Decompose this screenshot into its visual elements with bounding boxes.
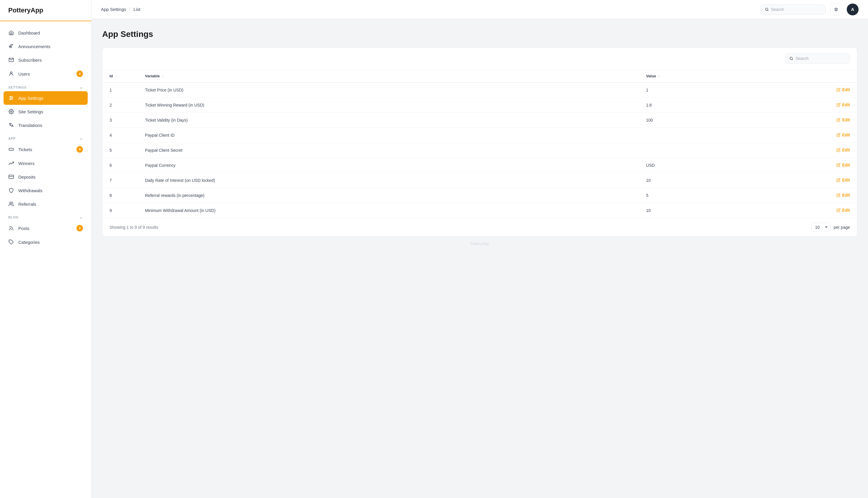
sidebar-item-app-settings[interactable]: App Settings [3, 91, 88, 105]
table-row: 5 Paypal Client Secret Edit [103, 143, 857, 158]
breadcrumb-parent[interactable]: App Settings [101, 7, 126, 12]
col-variable[interactable]: Variable ↕ [138, 70, 639, 83]
cell-variable: Minimum Withdrawal Amount (in USD) [138, 203, 639, 218]
svg-point-1 [10, 72, 12, 74]
svg-point-12 [10, 202, 12, 204]
cell-variable: Ticket Price (in USD) [138, 83, 639, 98]
table-row: 7 Daily Rate of Interest (on USD locked)… [103, 173, 857, 188]
sidebar-item-site-settings[interactable]: Site Settings [0, 105, 91, 118]
table-search-box[interactable] [785, 53, 850, 64]
edit-button[interactable]: Edit [837, 87, 850, 92]
cell-action: Edit [692, 158, 857, 173]
tag-icon [8, 239, 14, 245]
sidebar-label-dashboard: Dashboard [18, 30, 40, 36]
cell-id: 8 [103, 188, 138, 203]
avatar[interactable]: A [847, 3, 858, 15]
sidebar-label-deposits: Deposits [18, 174, 36, 180]
sidebar-item-translations[interactable]: Translations [0, 118, 91, 132]
edit-button[interactable]: Edit [837, 133, 850, 137]
edit-icon [837, 178, 841, 182]
sidebar-item-users[interactable]: Users 4 [0, 67, 91, 81]
sidebar-item-announcements[interactable]: Announcements [0, 40, 91, 53]
topbar-search-box[interactable] [761, 4, 826, 14]
cell-action: Edit [692, 83, 857, 98]
cell-action: Edit [692, 143, 857, 158]
sidebar-label-categories: Categories [18, 240, 40, 245]
edit-button[interactable]: Edit [837, 163, 850, 167]
blog-chevron[interactable]: ⌄ [79, 215, 83, 219]
cell-action: Edit [692, 188, 857, 203]
cell-action: Edit [692, 173, 857, 188]
svg-line-18 [792, 59, 793, 60]
blog-section-title: BLOG ⌄ [0, 211, 91, 221]
trash-button[interactable] [830, 3, 842, 15]
ticket-icon [8, 146, 14, 152]
sidebar-item-subscribers[interactable]: Subscribers [0, 53, 91, 67]
cell-action: Edit [692, 128, 857, 143]
topbar: App Settings / List A [92, 0, 868, 19]
breadcrumb-current: List [133, 7, 140, 12]
cell-id: 5 [103, 143, 138, 158]
sidebar-label-site-settings: Site Settings [18, 109, 43, 114]
settings-chevron[interactable]: ⌄ [79, 85, 83, 90]
sidebar-item-tickets[interactable]: Tickets 0 [0, 142, 91, 156]
edit-button[interactable]: Edit [837, 178, 850, 182]
card-header [103, 48, 857, 70]
table-row: 9 Minimum Withdrawal Amount (in USD) 10 … [103, 203, 857, 218]
cell-value: 100 [639, 113, 692, 128]
col-actions [692, 70, 857, 83]
col-id[interactable]: Id ↕ [103, 70, 138, 83]
sidebar-item-withdrawals[interactable]: Withdrawals [0, 184, 91, 197]
cell-variable: Paypal Client ID [138, 128, 639, 143]
trending-up-icon [8, 160, 14, 166]
edit-icon [837, 193, 841, 197]
table-row: 1 Ticket Price (in USD) 1 Edit [103, 83, 857, 98]
sidebar-label-withdrawals: Withdrawals [18, 188, 42, 193]
trash-icon [834, 8, 838, 12]
home-icon [8, 30, 14, 36]
app-section-title: APP ⌄ [0, 132, 91, 142]
settings-table-card: Id ↕ Variable ↕ Value ↕ [102, 47, 857, 237]
cell-action: Edit [692, 203, 857, 218]
sidebar-label-translations: Translations [18, 123, 42, 128]
table-row: 3 Ticket Validity (in Days) 100 Edit [103, 113, 857, 128]
cell-variable: Ticket Winning Reward (in USD) [138, 98, 639, 113]
gear-icon [8, 109, 14, 115]
sidebar-item-categories[interactable]: Categories [0, 235, 91, 249]
per-page-dropdown[interactable]: 102550100 [811, 223, 831, 232]
sidebar-label-tickets: Tickets [18, 147, 32, 152]
rss-icon [8, 225, 14, 231]
edit-button[interactable]: Edit [837, 208, 850, 212]
cell-value: 10 [639, 203, 692, 218]
app-chevron[interactable]: ⌄ [79, 136, 83, 141]
sliders-icon [8, 95, 14, 101]
svg-line-16 [767, 10, 768, 11]
table-search-input[interactable] [795, 56, 845, 61]
cell-id: 9 [103, 203, 138, 218]
sidebar-item-posts[interactable]: Posts 2 [0, 221, 91, 235]
translate-icon [8, 122, 14, 128]
edit-icon [837, 133, 841, 137]
shield-icon [8, 187, 14, 193]
breadcrumb: App Settings / List [101, 6, 756, 12]
edit-button[interactable]: Edit [837, 102, 850, 107]
sidebar-item-referrals[interactable]: Referrals [0, 197, 91, 211]
cell-value: 1 [639, 83, 692, 98]
sidebar-item-dashboard[interactable]: Dashboard [0, 26, 91, 40]
per-page-selector[interactable]: 102550100 per page [811, 223, 850, 232]
svg-point-7 [10, 99, 11, 100]
cell-value: USD [639, 158, 692, 173]
edit-button[interactable]: Edit [837, 118, 850, 122]
id-sort-icon: ↕ [115, 74, 117, 78]
topbar-search-input[interactable] [771, 7, 821, 12]
cell-id: 1 [103, 83, 138, 98]
cell-variable: Paypal Currency [138, 158, 639, 173]
svg-point-5 [10, 96, 11, 97]
col-value[interactable]: Value ↕ [639, 70, 692, 83]
edit-button[interactable]: Edit [837, 148, 850, 152]
sidebar-item-winners[interactable]: Winners [0, 156, 91, 170]
sidebar: PotteryApp Dashboard Announcements Subsc… [0, 0, 92, 498]
edit-button[interactable]: Edit [837, 193, 850, 197]
sidebar-item-deposits[interactable]: Deposits [0, 170, 91, 184]
sidebar-label-posts: Posts [18, 226, 29, 231]
